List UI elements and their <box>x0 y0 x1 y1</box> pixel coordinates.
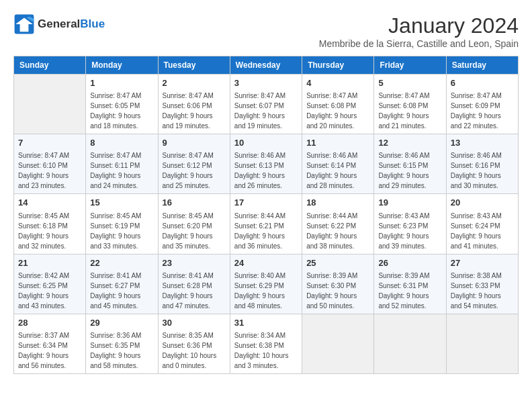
day-number: 17 <box>234 197 298 209</box>
page-header: GeneralBlue January 2024 Membribe de la … <box>13 13 519 49</box>
calendar-week-2: 7Sunrise: 8:47 AM Sunset: 6:10 PM Daylig… <box>14 134 519 194</box>
day-number: 26 <box>378 257 441 269</box>
calendar-cell: 28Sunrise: 8:37 AM Sunset: 6:34 PM Dayli… <box>14 314 86 373</box>
day-number: 8 <box>90 137 153 149</box>
day-info: Sunrise: 8:45 AM Sunset: 6:20 PM Dayligh… <box>163 211 226 251</box>
day-number: 7 <box>18 137 81 149</box>
day-info: Sunrise: 8:45 AM Sunset: 6:19 PM Dayligh… <box>90 211 153 251</box>
day-info: Sunrise: 8:43 AM Sunset: 6:24 PM Dayligh… <box>451 211 514 251</box>
day-info: Sunrise: 8:47 AM Sunset: 6:05 PM Dayligh… <box>90 91 153 131</box>
calendar-cell: 16Sunrise: 8:45 AM Sunset: 6:20 PM Dayli… <box>158 194 230 254</box>
calendar-cell: 13Sunrise: 8:46 AM Sunset: 6:16 PM Dayli… <box>446 134 518 194</box>
calendar-cell: 19Sunrise: 8:43 AM Sunset: 6:23 PM Dayli… <box>374 194 446 254</box>
day-number: 25 <box>306 257 369 269</box>
calendar-cell: 24Sunrise: 8:40 AM Sunset: 6:29 PM Dayli… <box>230 254 302 314</box>
logo-icon <box>13 13 35 35</box>
day-info: Sunrise: 8:46 AM Sunset: 6:14 PM Dayligh… <box>306 150 369 191</box>
calendar-cell: 10Sunrise: 8:46 AM Sunset: 6:13 PM Dayli… <box>230 134 302 194</box>
logo-text: GeneralBlue <box>38 17 105 31</box>
calendar-cell: 26Sunrise: 8:39 AM Sunset: 6:31 PM Dayli… <box>374 254 446 314</box>
calendar-cell: 20Sunrise: 8:43 AM Sunset: 6:24 PM Dayli… <box>446 194 518 254</box>
calendar-cell: 18Sunrise: 8:44 AM Sunset: 6:22 PM Dayli… <box>302 194 374 254</box>
day-number: 29 <box>90 317 153 329</box>
day-number: 24 <box>234 257 298 269</box>
day-info: Sunrise: 8:47 AM Sunset: 6:07 PM Dayligh… <box>234 91 298 131</box>
day-info: Sunrise: 8:38 AM Sunset: 6:33 PM Dayligh… <box>451 271 514 311</box>
day-info: Sunrise: 8:47 AM Sunset: 6:09 PM Dayligh… <box>451 91 514 131</box>
calendar-table: Sunday Monday Tuesday Wednesday Thursday… <box>13 56 519 374</box>
day-info: Sunrise: 8:47 AM Sunset: 6:06 PM Dayligh… <box>163 91 226 131</box>
day-info: Sunrise: 8:47 AM Sunset: 6:12 PM Dayligh… <box>163 150 226 191</box>
day-info: Sunrise: 8:42 AM Sunset: 6:25 PM Dayligh… <box>18 271 81 311</box>
calendar-week-5: 28Sunrise: 8:37 AM Sunset: 6:34 PM Dayli… <box>14 314 519 373</box>
day-info: Sunrise: 8:34 AM Sunset: 6:38 PM Dayligh… <box>234 330 298 371</box>
day-number: 14 <box>18 197 81 209</box>
calendar-cell: 30Sunrise: 8:35 AM Sunset: 6:36 PM Dayli… <box>158 314 230 373</box>
calendar-cell: 15Sunrise: 8:45 AM Sunset: 6:19 PM Dayli… <box>86 194 158 254</box>
day-number: 10 <box>234 137 298 149</box>
day-info: Sunrise: 8:39 AM Sunset: 6:30 PM Dayligh… <box>306 271 369 311</box>
day-number: 23 <box>163 257 226 269</box>
day-info: Sunrise: 8:37 AM Sunset: 6:34 PM Dayligh… <box>18 330 81 371</box>
calendar-cell: 14Sunrise: 8:45 AM Sunset: 6:18 PM Dayli… <box>14 194 86 254</box>
calendar-cell: 7Sunrise: 8:47 AM Sunset: 6:10 PM Daylig… <box>14 134 86 194</box>
header-monday: Monday <box>86 56 158 75</box>
logo: GeneralBlue <box>13 13 105 35</box>
calendar-cell: 1Sunrise: 8:47 AM Sunset: 6:05 PM Daylig… <box>86 75 158 134</box>
day-number: 3 <box>234 77 298 89</box>
day-number: 16 <box>163 197 226 209</box>
day-info: Sunrise: 8:40 AM Sunset: 6:29 PM Dayligh… <box>234 271 298 311</box>
day-number: 22 <box>90 257 153 269</box>
day-info: Sunrise: 8:46 AM Sunset: 6:16 PM Dayligh… <box>451 150 514 191</box>
calendar-cell: 12Sunrise: 8:46 AM Sunset: 6:15 PM Dayli… <box>374 134 446 194</box>
day-info: Sunrise: 8:43 AM Sunset: 6:23 PM Dayligh… <box>378 211 441 251</box>
calendar-cell: 8Sunrise: 8:47 AM Sunset: 6:11 PM Daylig… <box>86 134 158 194</box>
title-section: January 2024 Membribe de la Sierra, Cast… <box>319 13 519 49</box>
day-info: Sunrise: 8:47 AM Sunset: 6:08 PM Dayligh… <box>306 91 369 131</box>
day-info: Sunrise: 8:36 AM Sunset: 6:35 PM Dayligh… <box>90 330 153 371</box>
day-info: Sunrise: 8:41 AM Sunset: 6:28 PM Dayligh… <box>163 271 226 311</box>
day-number: 30 <box>163 317 226 329</box>
day-info: Sunrise: 8:39 AM Sunset: 6:31 PM Dayligh… <box>378 271 441 311</box>
day-info: Sunrise: 8:47 AM Sunset: 6:11 PM Dayligh… <box>90 150 153 191</box>
day-number: 31 <box>234 317 298 329</box>
calendar-cell: 29Sunrise: 8:36 AM Sunset: 6:35 PM Dayli… <box>86 314 158 373</box>
day-info: Sunrise: 8:47 AM Sunset: 6:10 PM Dayligh… <box>18 150 81 191</box>
calendar-week-3: 14Sunrise: 8:45 AM Sunset: 6:18 PM Dayli… <box>14 194 519 254</box>
location-subtitle: Membribe de la Sierra, Castille and Leon… <box>319 38 519 49</box>
month-title: January 2024 <box>319 13 519 38</box>
calendar-cell: 9Sunrise: 8:47 AM Sunset: 6:12 PM Daylig… <box>158 134 230 194</box>
day-number: 13 <box>451 137 514 149</box>
header-wednesday: Wednesday <box>230 56 302 75</box>
day-number: 5 <box>378 77 441 89</box>
calendar-cell: 6Sunrise: 8:47 AM Sunset: 6:09 PM Daylig… <box>446 75 518 134</box>
day-number: 28 <box>18 317 81 329</box>
calendar-cell: 4Sunrise: 8:47 AM Sunset: 6:08 PM Daylig… <box>302 75 374 134</box>
calendar-cell: 21Sunrise: 8:42 AM Sunset: 6:25 PM Dayli… <box>14 254 86 314</box>
day-info: Sunrise: 8:41 AM Sunset: 6:27 PM Dayligh… <box>90 271 153 311</box>
calendar-cell: 23Sunrise: 8:41 AM Sunset: 6:28 PM Dayli… <box>158 254 230 314</box>
day-info: Sunrise: 8:46 AM Sunset: 6:15 PM Dayligh… <box>378 150 441 191</box>
header-tuesday: Tuesday <box>158 56 230 75</box>
header-friday: Friday <box>374 56 446 75</box>
calendar-cell: 3Sunrise: 8:47 AM Sunset: 6:07 PM Daylig… <box>230 75 302 134</box>
day-number: 11 <box>306 137 369 149</box>
calendar-cell: 25Sunrise: 8:39 AM Sunset: 6:30 PM Dayli… <box>302 254 374 314</box>
calendar-cell: 31Sunrise: 8:34 AM Sunset: 6:38 PM Dayli… <box>230 314 302 373</box>
day-info: Sunrise: 8:44 AM Sunset: 6:22 PM Dayligh… <box>306 211 369 251</box>
day-number: 15 <box>90 197 153 209</box>
day-number: 27 <box>451 257 514 269</box>
calendar-cell <box>14 75 86 134</box>
calendar-week-1: 1Sunrise: 8:47 AM Sunset: 6:05 PM Daylig… <box>14 75 519 134</box>
day-info: Sunrise: 8:35 AM Sunset: 6:36 PM Dayligh… <box>163 330 226 371</box>
calendar-cell: 17Sunrise: 8:44 AM Sunset: 6:21 PM Dayli… <box>230 194 302 254</box>
day-number: 20 <box>451 197 514 209</box>
day-number: 21 <box>18 257 81 269</box>
day-number: 18 <box>306 197 369 209</box>
calendar-cell: 11Sunrise: 8:46 AM Sunset: 6:14 PM Dayli… <box>302 134 374 194</box>
day-info: Sunrise: 8:47 AM Sunset: 6:08 PM Dayligh… <box>378 91 441 131</box>
calendar-cell: 27Sunrise: 8:38 AM Sunset: 6:33 PM Dayli… <box>446 254 518 314</box>
day-number: 12 <box>378 137 441 149</box>
day-number: 1 <box>90 77 153 89</box>
calendar-cell: 5Sunrise: 8:47 AM Sunset: 6:08 PM Daylig… <box>374 75 446 134</box>
